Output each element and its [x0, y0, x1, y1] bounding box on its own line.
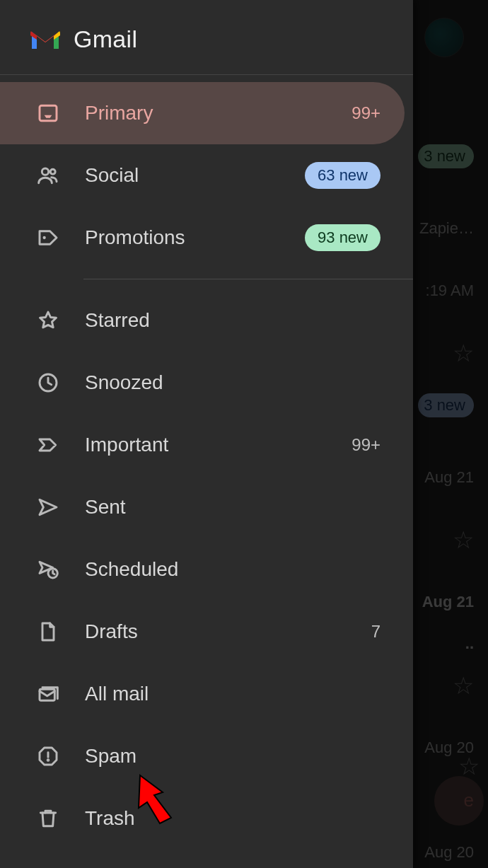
all-mail-icon	[37, 683, 59, 705]
nav-label: Primary	[85, 102, 326, 125]
nav-item-important[interactable]: Important 99+	[0, 414, 405, 476]
clock-icon	[37, 371, 59, 394]
nav-item-all-mail[interactable]: All mail	[0, 663, 405, 725]
nav-label: Scheduled	[85, 558, 380, 581]
gmail-logo-icon	[30, 28, 61, 52]
star-icon	[37, 309, 59, 332]
nav-item-snoozed[interactable]: Snoozed	[0, 352, 405, 414]
nav-item-trash[interactable]: Trash	[0, 787, 405, 850]
inbox-icon	[37, 102, 59, 125]
nav-label: Spam	[85, 745, 380, 768]
svg-point-8	[47, 760, 49, 761]
nav-label: Social	[85, 164, 279, 187]
new-badge: 63 new	[305, 162, 380, 189]
nav-label: Starred	[85, 309, 380, 332]
spam-icon	[37, 745, 59, 768]
nav-label: Trash	[85, 807, 380, 830]
file-icon	[37, 620, 59, 643]
nav-label: Important	[85, 434, 326, 456]
trash-icon	[37, 807, 59, 830]
svg-point-2	[50, 169, 55, 174]
nav-label: Drafts	[85, 620, 346, 643]
nav-item-spam[interactable]: Spam	[0, 725, 405, 787]
nav-count: 99+	[352, 103, 380, 123]
divider	[83, 279, 413, 279]
nav-item-starred[interactable]: Starred	[0, 289, 405, 352]
nav-count: 7	[371, 622, 380, 642]
drawer-header: Gmail	[0, 0, 413, 75]
nav-item-drafts[interactable]: Drafts 7	[0, 601, 405, 663]
svg-point-3	[43, 236, 46, 239]
nav-count: 99+	[352, 435, 380, 455]
nav-item-promotions[interactable]: Promotions 93 new	[0, 207, 405, 269]
tag-icon	[37, 226, 59, 249]
nav-label: Promotions	[85, 226, 279, 249]
nav-item-primary[interactable]: Primary 99+	[0, 82, 405, 144]
people-icon	[37, 164, 59, 187]
send-icon	[37, 496, 59, 519]
app-title: Gmail	[74, 25, 137, 53]
scheduled-icon	[37, 558, 59, 581]
nav-item-scheduled[interactable]: Scheduled	[0, 538, 405, 601]
new-badge: 93 new	[305, 224, 380, 251]
nav-item-social[interactable]: Social 63 new	[0, 144, 405, 207]
svg-rect-0	[40, 105, 57, 120]
nav-label: Snoozed	[85, 371, 380, 394]
navigation-drawer: Gmail Primary 99+ Social 63 new	[0, 0, 413, 868]
important-icon	[37, 434, 59, 456]
nav-list: Primary 99+ Social 63 new Promotions 93 …	[0, 75, 413, 850]
svg-point-1	[42, 168, 48, 175]
nav-label: All mail	[85, 683, 380, 705]
nav-label: Sent	[85, 496, 380, 519]
nav-item-sent[interactable]: Sent	[0, 476, 405, 538]
